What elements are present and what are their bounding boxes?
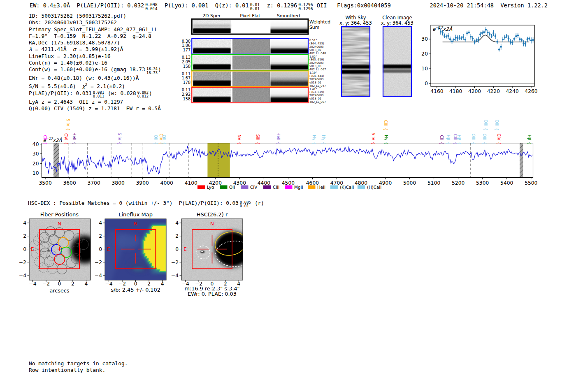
inset-x-tick: 4220 [487, 88, 500, 94]
info-line-2: Obs: 20240603v013_5003175262 [29, 19, 161, 26]
compass-east: E [107, 246, 110, 252]
line-marker-label-NV: NV { [237, 135, 242, 144]
full-spectrum-chart: 3500360037003800390040004100420043004400… [25, 110, 551, 193]
sky-panel-clean-title: Clean Image [382, 15, 412, 21]
info-frac-span: 0.012 [137, 95, 149, 99]
legend-label: OII [229, 185, 235, 190]
inset-x-tick: 4180 [449, 88, 462, 94]
sky-panel-with_sky-title: With Sky [345, 15, 366, 21]
masked-sky-band [53, 143, 59, 178]
legend-swatch [358, 186, 365, 190]
cutout-row-1: WeightedSum [192, 19, 330, 34]
info-text: S/N = 5.5(±0.6) [29, 83, 82, 89]
spectrum-x-tick: 4500 [282, 180, 295, 186]
cutout-row-2-weight-2: 1.86 [182, 43, 190, 48]
data-point-marker [477, 39, 479, 40]
cutout-row-1-rect [233, 20, 270, 33]
cutout-row-4-meta-1: 1.19" [309, 71, 317, 74]
cutout-row-1-right-label-1: Weighted [309, 19, 330, 25]
spectrum-x-tick: 5000 [403, 180, 416, 186]
spectrum-x-tick: 4800 [355, 180, 367, 186]
panel-y-tick: −4 [95, 273, 102, 278]
compass-north: N [58, 221, 61, 227]
panel-y-tick: −4 [171, 273, 179, 278]
panel-y-tick: 4 [175, 220, 179, 226]
aperture-panels: NEFiber Positions−4−2024−4−2024arcsecsNE… [16, 208, 255, 300]
line-marker-label-OIII: OIII { [495, 120, 499, 130]
data-point-marker [447, 35, 449, 37]
legend-label: HeII [317, 185, 325, 190]
line-marker-label-OII: OII { [153, 135, 158, 144]
sky-panel-with_sky-coords: x, y: 364, 453 [339, 20, 372, 26]
line-marker-label-HeII: HeII { [276, 132, 281, 144]
cutout-row-5-meta-4: v013_01 [309, 97, 321, 100]
cutout-col-title-1: 2D Spec [202, 13, 221, 19]
data-point-marker [530, 39, 532, 41]
compass-east: E [183, 246, 187, 252]
cutout-row-5-rect [233, 88, 270, 102]
footer-line-2: Row intentionally blank. [29, 367, 128, 373]
data-point-marker [446, 36, 447, 37]
cutout-row-4-rect [271, 72, 308, 86]
panel-y-tick: −2 [19, 260, 26, 265]
spectrum-y-tick: 40 [33, 141, 39, 147]
data-point-marker [470, 36, 471, 37]
cutout-row-4: 0.111.671781.19"(364, 444)20240603v013_0… [182, 71, 326, 88]
full-spectrum-chart-g-rect [42, 143, 533, 178]
inset-x-tick: 4160 [430, 88, 443, 94]
cutout-row-5-weight-1: 0.11 [182, 88, 190, 92]
detection-info-block: ID: 5003175262 (5003175262.pdf)Obs: 2024… [29, 13, 161, 112]
data-point-marker [474, 41, 475, 43]
info-line-13: LyA z = 2.4643 OII z = 0.1297 [29, 99, 161, 105]
full-spectrum-chart-g: 3500360037003800390040004100420043004400… [33, 119, 538, 190]
cutout-row-2-rect [233, 39, 270, 53]
spectrum-x-tick: 3800 [112, 180, 125, 186]
cutout-row-2-weight-3: 177 [183, 48, 190, 52]
info-text: Obs: 20240603v013_5003175262 [29, 19, 117, 26]
cutout-row-4-weight-3: 178 [183, 80, 190, 85]
sky-panel-with_sky-rect [341, 70, 370, 74]
spectrum-y-tick: 30 [33, 151, 39, 157]
inset-unit-label-tspan: x2Å [443, 26, 453, 32]
cutout-row-2-meta-2: (364, 453) [309, 42, 324, 45]
panel-caption: EWr: 0, PLAE: 0.03 [188, 291, 237, 297]
compass-north: N [210, 221, 214, 227]
header-summary-line: EW: 0.4±3.0Å P(LAE)/P(OII): 0.0320.0980.… [30, 2, 391, 11]
spectrum-unit-label-tspan: x2Å [53, 137, 62, 143]
info-text: Cont(w) = 1.60(±0.00)e-16 (gmag 18.73 [29, 66, 145, 72]
data-point-marker [508, 37, 509, 39]
panel-y-tick: 4 [99, 220, 102, 226]
data-point-marker [464, 39, 466, 40]
inset-y-tick: 10 [421, 66, 428, 72]
inset-unit-label-tspan: −17 [435, 26, 444, 30]
spectrum-x-tick: 3900 [136, 180, 149, 186]
panel-caption: s/b: 2.45 +/- 0.102 [111, 287, 160, 293]
cutout-row-3-meta-2: (363, 619) [309, 58, 324, 61]
spectrum-x-tick: 4300 [233, 180, 246, 186]
panel-xlabel: arcsecs [49, 288, 69, 294]
info-frac-span: 0.011 [93, 95, 104, 99]
sky-panel-with_sky: With Skyx, y: 364, 453 [339, 15, 372, 96]
data-point-marker [440, 31, 441, 32]
line-marker-label-OVI: OVI { [64, 133, 68, 144]
header-frac-span: 0.1296 [298, 7, 313, 11]
data-point-marker [487, 32, 488, 33]
cutout-row-2-meta-1: 0.51" [309, 39, 317, 42]
info-text: ID: 5003175262 (5003175262.pdf) [29, 13, 126, 19]
header-frac-span: 0.01 [250, 7, 260, 11]
info-text: LyA z = 2.4643 OII z = 0.1297 [29, 99, 123, 105]
cutout-row-2-weight-1: 0.30 [182, 39, 190, 44]
panel-y-tick: −2 [95, 260, 102, 265]
info-text: (w: 0.028 [105, 90, 136, 96]
data-point-marker [502, 39, 504, 40]
report-datetime: 2024-10-20 21:54:48 [430, 2, 494, 9]
line-marker-label-CII: CII { [439, 135, 444, 144]
cutout-row-3-meta-5: 402_LL_067 [309, 68, 326, 71]
cutout-row-3-rect [233, 56, 270, 70]
detection-highlight-band [207, 143, 230, 178]
sky-panel-clean-rect [383, 65, 411, 69]
header-frac: 0.010.01 [249, 3, 260, 11]
info-text: ) [149, 90, 152, 96]
spectrum-x-tick: 5200 [452, 180, 465, 186]
cutout-row-1-rect [271, 20, 308, 33]
